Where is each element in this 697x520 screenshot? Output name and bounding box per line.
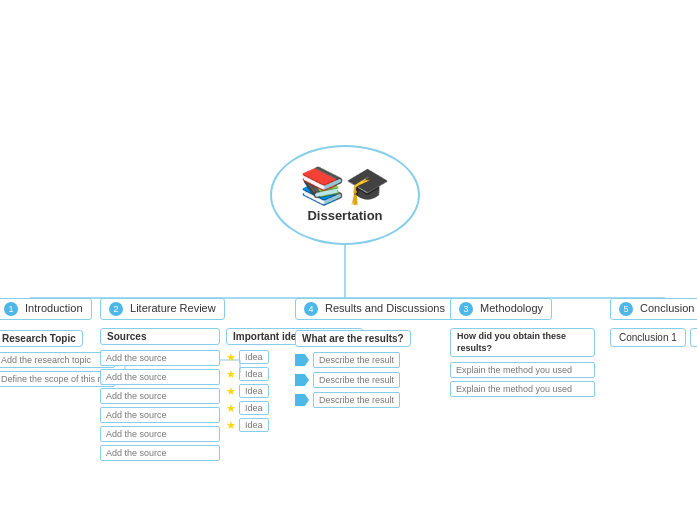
list-item[interactable]: Add the research topic <box>0 352 115 368</box>
conclusion-1[interactable]: Conclusion 1 <box>610 328 686 347</box>
sources-items: Add the source Add the source Add the so… <box>100 350 220 464</box>
center-label: Dissertation <box>307 208 382 223</box>
list-item[interactable]: Add the source <box>100 407 220 423</box>
star-icon: ★ <box>226 402 236 415</box>
branch-lit-num: 2 <box>109 302 123 316</box>
result-item[interactable]: Describe the result <box>295 392 454 408</box>
branch-results-header[interactable]: 4 Results and Discussions <box>295 298 454 320</box>
center-node[interactable]: 📚🎓 Dissertation <box>270 145 420 245</box>
branch-method-header[interactable]: 3 Methodology <box>450 298 552 320</box>
sub-node-what-results[interactable]: What are the results? <box>295 330 411 347</box>
conclusion-2[interactable]: Co... <box>690 328 697 347</box>
list-item[interactable]: Add the source <box>100 445 220 461</box>
star-icon: ★ <box>226 419 236 432</box>
result-text: Describe the result <box>313 392 400 408</box>
branch-results-label: Results and Discussions <box>325 302 445 314</box>
list-item[interactable]: Add the source <box>100 426 220 442</box>
arrow-icon <box>295 374 309 386</box>
branch-conclusion-header[interactable]: 5 Conclusion <box>610 298 697 320</box>
star-icon: ★ <box>226 368 236 381</box>
sub-node-research-topic[interactable]: Research Topic <box>0 330 83 347</box>
branch-conclusion-label: Conclusion <box>640 302 694 314</box>
result-item[interactable]: Describe the result <box>295 372 454 388</box>
sub-node-sources[interactable]: Sources <box>100 328 220 345</box>
list-item[interactable]: Define the scope of this research <box>0 371 115 387</box>
branch-results-num: 4 <box>304 302 318 316</box>
branch-conclusion-num: 5 <box>619 302 633 316</box>
branch-methodology: 3 Methodology How did you obtain these r… <box>450 298 595 400</box>
star-icon: ★ <box>226 351 236 364</box>
method-item[interactable]: Explain the method you used <box>450 381 595 397</box>
branch-method-num: 3 <box>459 302 473 316</box>
result-text: Describe the result <box>313 352 400 368</box>
star-icon: ★ <box>226 385 236 398</box>
branch-results: 4 Results and Discussions What are the r… <box>295 298 454 412</box>
result-item[interactable]: Describe the result <box>295 352 454 368</box>
idea-label: Idea <box>239 401 269 415</box>
arrow-icon <box>295 354 309 366</box>
branch-intro-header[interactable]: 1 Introduction <box>0 298 92 320</box>
branch-method-label: Methodology <box>480 302 543 314</box>
method-item[interactable]: Explain the method you used <box>450 362 595 378</box>
dissertation-icon: 📚🎓 <box>300 168 390 204</box>
idea-item[interactable]: ★ Idea <box>226 418 363 432</box>
list-item[interactable]: Add the source <box>100 388 220 404</box>
branch-intro-label: Introduction <box>25 302 82 314</box>
idea-label: Idea <box>239 418 269 432</box>
branch-lit-label: Literature Review <box>130 302 216 314</box>
list-item[interactable]: Add the source <box>100 350 220 366</box>
method-items: Explain the method you used Explain the … <box>450 362 595 397</box>
research-topic-items: Add the research topic Define the scope … <box>0 352 115 387</box>
idea-label: Idea <box>239 384 269 398</box>
sources-column: Sources Add the source Add the source Ad… <box>100 328 220 464</box>
branch-conclusion: 5 Conclusion Conclusion 1 Co... <box>610 298 697 347</box>
sub-node-method-question[interactable]: How did you obtain these results? <box>450 328 595 357</box>
branch-lit-header[interactable]: 2 Literature Review <box>100 298 225 320</box>
result-text: Describe the result <box>313 372 400 388</box>
results-items: Describe the result Describe the result … <box>295 352 454 408</box>
idea-label: Idea <box>239 367 269 381</box>
branch-introduction: 1 Introduction Research Topic Add the re… <box>0 298 115 390</box>
list-item[interactable]: Add the source <box>100 369 220 385</box>
idea-label: Idea <box>239 350 269 364</box>
arrow-icon <box>295 394 309 406</box>
branch-intro-num: 1 <box>4 302 18 316</box>
mindmap-canvas: 📚🎓 Dissertation 1 Introduction Research … <box>0 0 697 520</box>
